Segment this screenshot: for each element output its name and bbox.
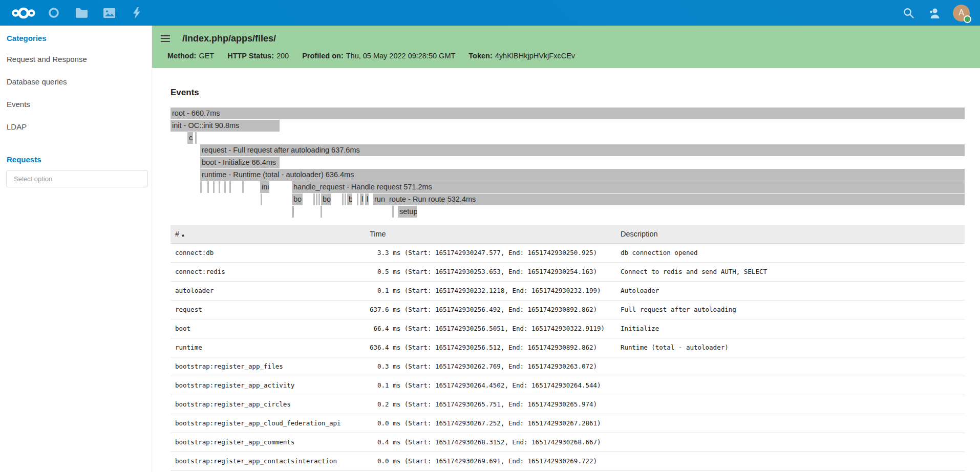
event-name-cell: connect:redis — [171, 262, 370, 281]
timeline-bar: ini — [260, 181, 269, 193]
categories-list: Request and ResponseDatabase queriesEven… — [0, 48, 152, 138]
event-description-cell — [621, 357, 965, 376]
event-name-cell: bootstrap:register_app_cloud_federation_… — [171, 414, 370, 433]
timeline-row: boot - Initialize 66.4ms — [171, 157, 965, 169]
timeline-bar: boot - Initialize 66.4ms — [200, 157, 280, 168]
event-time-cell: 3.3 ms (Start: 1651742930247.577, End: 1… — [370, 243, 621, 262]
event-name-cell: bootstrap:register_app_contactsinteracti… — [171, 452, 370, 470]
timeline-tick — [224, 181, 226, 193]
timeline-tick — [213, 181, 215, 193]
column-header-number-label: # — [175, 230, 179, 238]
table-row: bootstrap:register_app_comments 0.4 ms (… — [171, 433, 965, 452]
table-row: bootstrap:register_app_files 0.3 ms (Sta… — [171, 357, 965, 376]
timeline-tick — [195, 132, 197, 144]
app-files-button[interactable] — [68, 0, 95, 26]
event-name-cell: connect:db — [171, 243, 370, 262]
timeline-tick — [200, 181, 202, 193]
event-time-cell: 0.3 ms (Start: 1651742930262.769, End: 1… — [370, 357, 621, 376]
timeline-row: bobobllrun_route - Run route 532.4ms — [171, 194, 965, 206]
timeline-tick — [316, 194, 317, 205]
timeline-tick — [357, 194, 358, 205]
contacts-button[interactable] — [921, 0, 947, 26]
table-row: bootstrap:register_app_circles 0.2 ms (S… — [171, 395, 965, 414]
timeline-bar: root - 660.7ms — [171, 108, 965, 119]
event-time-cell: 636.4 ms (Start: 1651742930256.512, End:… — [370, 338, 621, 357]
nextcloud-logo-icon — [12, 7, 35, 19]
event-description-cell — [621, 433, 965, 452]
timeline-bar: l — [365, 194, 369, 205]
app-activity-button[interactable] — [123, 0, 151, 26]
meta-token-: Token:4yhKlBHkjpHVkjFxcCEv — [468, 52, 575, 60]
event-name-cell: bootstrap:register_app_activity — [171, 376, 370, 395]
event-name-cell: runtime — [171, 338, 370, 357]
timeline-bar: init - OC::init 90.8ms — [171, 120, 280, 132]
main-panel: Events root - 660.7msinit - OC::init 90.… — [152, 68, 980, 472]
request-select-placeholder: Select option — [14, 175, 52, 183]
app-photos-button[interactable] — [95, 0, 123, 26]
timeline-bar: setup — [398, 206, 417, 218]
timeline-row: lsetup — [171, 206, 965, 218]
folder-icon — [76, 8, 88, 18]
timeline-tick — [321, 206, 322, 218]
event-name-cell: bootstrap:register_app_circles — [171, 395, 370, 414]
event-description-cell — [621, 452, 965, 470]
timeline-tick — [261, 194, 262, 205]
event-name-cell: bootstrap:register_app_files — [171, 357, 370, 376]
event-time-cell: 637.6 ms (Start: 1651742930256.492, End:… — [370, 300, 621, 319]
sidebar-item-request-and-response[interactable]: Request and Response — [0, 48, 152, 70]
table-row: boot 66.4 ms (Start: 1651742930256.5051,… — [171, 319, 965, 338]
timeline-row: request - Full request after autoloading… — [171, 144, 965, 157]
timeline-row: runtime - Runtime (total - autoloader) 6… — [171, 169, 965, 181]
timeline-bar: c — [187, 132, 193, 144]
event-time-cell: 0.2 ms (Start: 1651742930265.751, End: 1… — [370, 395, 621, 414]
timeline-bar: l — [292, 206, 294, 218]
timeline-tick — [318, 194, 320, 205]
timeline-bar: bo — [292, 194, 303, 205]
meta-http-status-: HTTP Status:200 — [227, 52, 289, 60]
app-dashboard-button[interactable] — [40, 0, 68, 26]
sidebar: Categories Request and ResponseDatabase … — [0, 26, 152, 472]
sidebar-item-database-queries[interactable]: Database queries — [0, 70, 152, 93]
timeline-tick — [342, 194, 344, 205]
search-icon — [903, 8, 914, 18]
column-header-time[interactable]: Time — [370, 225, 621, 243]
events-table: #▲ Time Description connect:db 3.3 ms (S… — [171, 225, 965, 471]
request-select[interactable]: Select option — [6, 170, 148, 187]
event-name-cell: autoloader — [171, 281, 370, 300]
timeline-bar: request - Full request after autoloading… — [200, 144, 965, 156]
event-name-cell: bootstrap:register_app_comments — [171, 433, 370, 452]
event-description-cell: Connect to redis and send AUTH, SELECT — [621, 262, 965, 281]
column-header-number[interactable]: #▲ — [171, 225, 370, 243]
top-bar-right: A — [896, 0, 980, 26]
event-time-cell: 0.1 ms (Start: 1651742930232.1218, End: … — [370, 281, 621, 300]
table-row: connect:redis 0.5 ms (Start: 16517429302… — [171, 262, 965, 281]
column-header-description[interactable]: Description — [621, 225, 965, 243]
top-bar: A — [0, 0, 980, 26]
avatar[interactable]: A — [953, 5, 970, 22]
sidebar-item-ldap[interactable]: LDAP — [0, 115, 152, 138]
event-description-cell — [621, 376, 965, 395]
sidebar-item-events[interactable]: Events — [0, 93, 152, 115]
event-description-cell: Autoloader — [621, 281, 965, 300]
profile-header: /index.php/apps/files/ Method:GETHTTP St… — [152, 26, 980, 68]
meta-profiled-on-: Profiled on:Thu, 05 May 2022 09:28:50 GM… — [302, 52, 455, 60]
timeline-bar: runtime - Runtime (total - autoloader) 6… — [200, 169, 965, 181]
menu-icon[interactable] — [161, 35, 170, 42]
dashboard-circle-icon — [48, 7, 59, 18]
timeline-tick — [345, 194, 346, 205]
event-time-cell: 66.4 ms (Start: 1651742930256.5051, End:… — [370, 319, 621, 338]
meta-method-: Method:GET — [167, 52, 214, 60]
event-time-cell: 0.0 ms (Start: 1651742930267.252, End: 1… — [370, 414, 621, 433]
lightning-icon — [133, 7, 141, 18]
table-row: autoloader 0.1 ms (Start: 1651742930232.… — [171, 281, 965, 300]
sort-asc-icon: ▲ — [181, 232, 185, 238]
events-table-header-row: #▲ Time Description — [171, 225, 965, 243]
search-button[interactable] — [896, 0, 921, 26]
timeline-tick — [313, 194, 315, 205]
event-description-cell: Runtime (total - autoloader) — [621, 338, 965, 357]
events-timeline: root - 660.7msinit - OC::init 90.8mscreq… — [171, 108, 965, 218]
nextcloud-logo[interactable] — [7, 0, 40, 26]
timeline-row: init - OC::init 90.8ms — [171, 120, 965, 132]
table-row: request637.6 ms (Start: 1651742930256.49… — [171, 300, 965, 319]
timeline-tick — [242, 181, 244, 193]
